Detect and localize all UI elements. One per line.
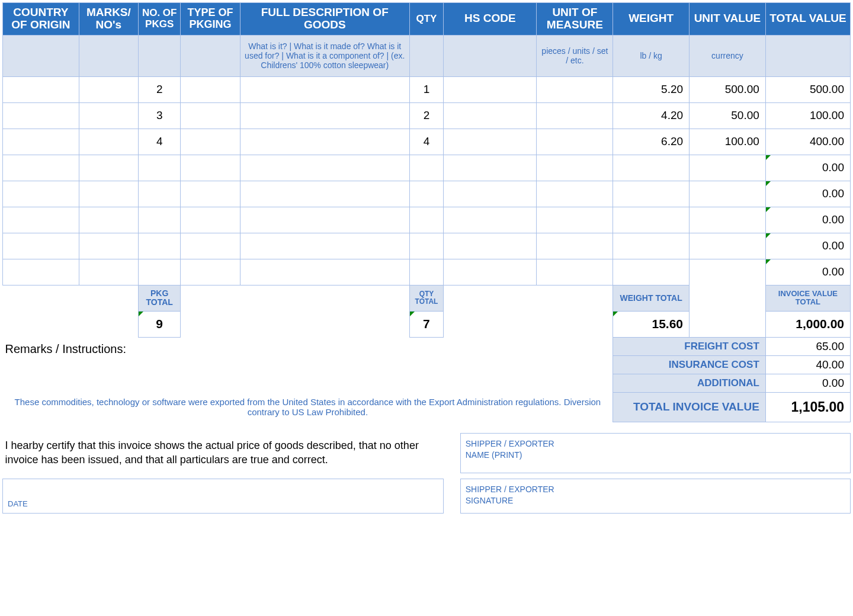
- cell-weight[interactable]: 4.20: [613, 102, 690, 129]
- weight-total: 15.60: [613, 311, 690, 337]
- cell-totalval[interactable]: 0.00: [765, 155, 850, 181]
- date-box[interactable]: DATE: [3, 479, 444, 513]
- table-row[interactable]: 0.00: [3, 259, 851, 285]
- hint-desc: What is it? | What is it made of? What i…: [240, 35, 409, 76]
- insurance-label: INSURANCE COST: [613, 355, 766, 374]
- freight-label: FREIGHT COST: [613, 337, 766, 355]
- cell-pkgs[interactable]: 3: [138, 102, 181, 129]
- hint-weight: lb / kg: [613, 35, 690, 76]
- cell-totalval[interactable]: 0.00: [765, 181, 850, 207]
- cell-totalval[interactable]: 400.00: [765, 129, 850, 155]
- shipper-name-box[interactable]: SHIPPER / EXPORTER NAME (PRINT): [460, 433, 850, 473]
- cell-totalval[interactable]: 0.00: [765, 207, 850, 233]
- header-weight: WEIGHT: [613, 3, 690, 36]
- table-row[interactable]: 0.00: [3, 233, 851, 259]
- signature-section: I hearby certify that this invoice shows…: [2, 433, 851, 514]
- hint-row: What is it? | What is it made of? What i…: [3, 35, 851, 76]
- table-row[interactable]: 0.00: [3, 181, 851, 207]
- invoice-total: 1,000.00: [765, 311, 850, 337]
- additional-label: ADDITIONAL: [613, 374, 766, 392]
- cell-unitval[interactable]: 500.00: [690, 76, 766, 102]
- invoice-table: COUNTRY OF ORIGIN MARKS/ NO's NO. OF PKG…: [2, 2, 851, 422]
- table-row[interactable]: 4 4 6.20 100.00 400.00: [3, 129, 851, 155]
- cell-totalval[interactable]: 0.00: [765, 233, 850, 259]
- header-marks: MARKS/ NO's: [79, 3, 138, 36]
- header-desc: FULL DESCRIPTION OF GOODS: [240, 3, 409, 36]
- additional-value[interactable]: 0.00: [765, 374, 850, 392]
- invoice-total-label: INVOICE VALUE TOTAL: [765, 285, 850, 311]
- header-country: COUNTRY OF ORIGIN: [3, 3, 79, 36]
- qty-total-label: QTY TOTAL: [409, 285, 443, 311]
- qty-total: 7: [409, 311, 443, 337]
- table-row[interactable]: 0.00: [3, 207, 851, 233]
- pkg-total-label: PKG TOTAL: [138, 285, 181, 311]
- header-pkging: TYPE OF PKGING: [181, 3, 240, 36]
- remarks-label[interactable]: Remarks / Instructions:: [3, 337, 613, 392]
- weight-total-label: WEIGHT TOTAL: [613, 285, 690, 311]
- cell-weight[interactable]: 6.20: [613, 129, 690, 155]
- cell-unitval[interactable]: 50.00: [690, 102, 766, 129]
- cell-qty[interactable]: 2: [409, 102, 443, 129]
- header-totalval: TOTAL VALUE: [765, 3, 850, 36]
- insurance-value[interactable]: 40.00: [765, 355, 850, 374]
- header-uom: UNIT OF MEASURE: [537, 3, 613, 36]
- cell-totalval[interactable]: 0.00: [765, 259, 850, 285]
- table-row[interactable]: 3 2 4.20 50.00 100.00: [3, 102, 851, 129]
- disclaimer-text: These commodities, technology or softwar…: [3, 392, 613, 422]
- cell-pkgs[interactable]: 4: [138, 129, 181, 155]
- header-pkgs: NO. OF PKGS: [138, 3, 181, 36]
- shipper-signature-box[interactable]: SHIPPER / EXPORTER SIGNATURE: [460, 479, 850, 513]
- cell-unitval[interactable]: 100.00: [690, 129, 766, 155]
- header-unitval: UNIT VALUE: [690, 3, 766, 36]
- cell-qty[interactable]: 1: [409, 76, 443, 102]
- table-row[interactable]: 2 1 5.20 500.00 500.00: [3, 76, 851, 102]
- hint-unitval: currency: [690, 35, 766, 76]
- cell-qty[interactable]: 4: [409, 129, 443, 155]
- header-qty: QTY: [409, 3, 443, 36]
- cell-pkgs[interactable]: 2: [138, 76, 181, 102]
- total-invoice-value: 1,105.00: [765, 392, 850, 422]
- cell-totalval[interactable]: 100.00: [765, 102, 850, 129]
- cell-weight[interactable]: 5.20: [613, 76, 690, 102]
- certification-text: I hearby certify that this invoice shows…: [3, 433, 444, 473]
- cell-totalval[interactable]: 500.00: [765, 76, 850, 102]
- header-hs: HS CODE: [444, 3, 537, 36]
- hint-uom: pieces / units / set / etc.: [537, 35, 613, 76]
- total-invoice-label: TOTAL INVOICE VALUE: [613, 392, 766, 422]
- pkg-total: 9: [138, 311, 181, 337]
- table-row[interactable]: 0.00: [3, 155, 851, 181]
- freight-value[interactable]: 65.00: [765, 337, 850, 355]
- header-row: COUNTRY OF ORIGIN MARKS/ NO's NO. OF PKG…: [3, 3, 851, 36]
